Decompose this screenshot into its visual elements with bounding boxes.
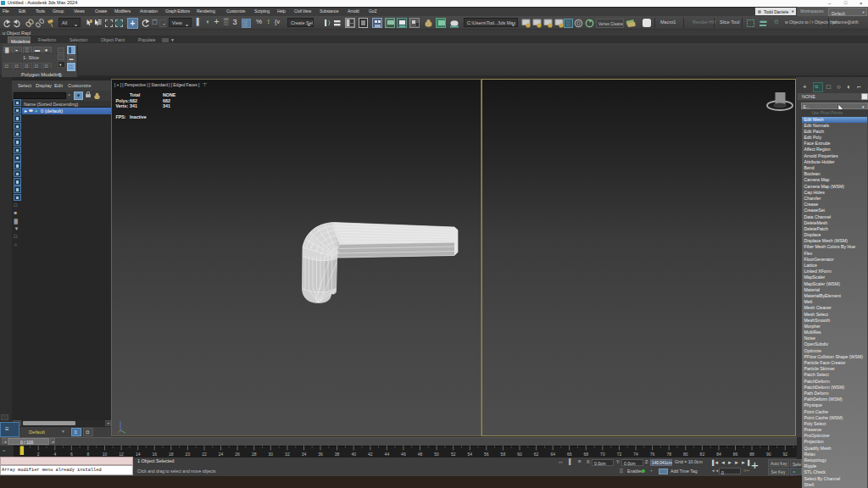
- svg-text:90: 90: [766, 451, 771, 456]
- svg-text:82: 82: [700, 451, 705, 456]
- svg-text:20: 20: [186, 451, 191, 456]
- svg-text:38: 38: [335, 451, 340, 456]
- svg-text:86: 86: [733, 451, 738, 456]
- svg-text:14: 14: [136, 451, 141, 456]
- svg-text:2: 2: [37, 451, 40, 456]
- svg-text:48: 48: [418, 451, 423, 456]
- svg-text:44: 44: [385, 451, 390, 456]
- svg-text:4: 4: [53, 451, 56, 456]
- svg-text:74: 74: [633, 451, 638, 456]
- svg-text:46: 46: [401, 451, 406, 456]
- svg-text:58: 58: [501, 451, 506, 456]
- svg-text:8: 8: [87, 451, 90, 456]
- svg-text:64: 64: [550, 451, 555, 456]
- svg-text:78: 78: [666, 451, 671, 456]
- svg-text:40: 40: [351, 451, 356, 456]
- svg-text:32: 32: [285, 451, 290, 456]
- svg-text:12: 12: [119, 451, 124, 456]
- svg-text:16: 16: [152, 451, 157, 456]
- svg-text:62: 62: [534, 451, 539, 456]
- svg-text:72: 72: [617, 451, 622, 456]
- svg-text:42: 42: [368, 451, 373, 456]
- svg-text:50: 50: [434, 451, 439, 456]
- svg-text:28: 28: [252, 451, 257, 456]
- svg-text:52: 52: [451, 451, 456, 456]
- svg-text:80: 80: [683, 451, 688, 456]
- svg-text:26: 26: [235, 451, 240, 456]
- svg-text:36: 36: [318, 451, 323, 456]
- svg-text:68: 68: [584, 451, 589, 456]
- svg-text:10: 10: [103, 451, 108, 456]
- svg-text:24: 24: [219, 451, 224, 456]
- svg-text:6: 6: [70, 451, 73, 456]
- svg-text:60: 60: [517, 451, 522, 456]
- svg-text:92: 92: [783, 451, 788, 456]
- svg-text:88: 88: [749, 451, 754, 456]
- svg-text:18: 18: [169, 451, 174, 456]
- svg-text:66: 66: [567, 451, 572, 456]
- svg-text:84: 84: [716, 451, 721, 456]
- svg-text:22: 22: [202, 451, 207, 456]
- svg-text:70: 70: [600, 451, 605, 456]
- svg-text:76: 76: [650, 451, 655, 456]
- svg-text:30: 30: [269, 451, 274, 456]
- svg-text:56: 56: [484, 451, 489, 456]
- svg-text:54: 54: [468, 451, 473, 456]
- svg-text:34: 34: [302, 451, 307, 456]
